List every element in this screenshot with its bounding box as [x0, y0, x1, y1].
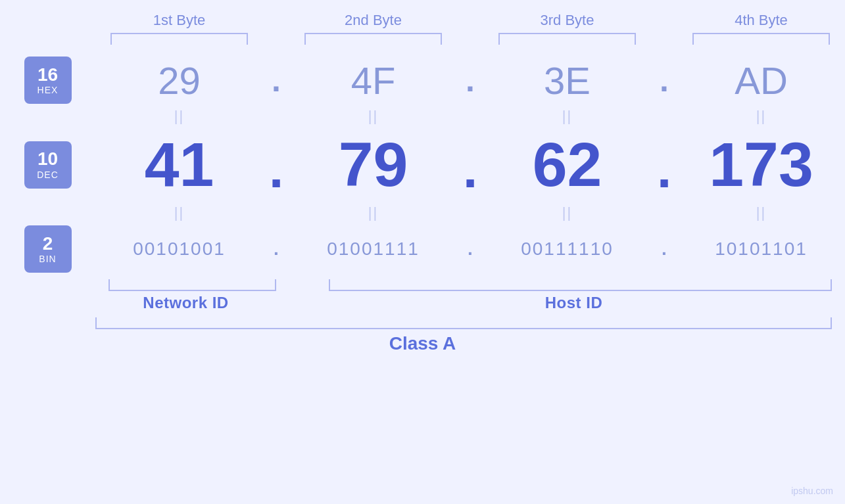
- host-id-bracket: [329, 279, 832, 291]
- hex-dot-3: .: [651, 64, 677, 97]
- hex-base-name: HEX: [37, 85, 59, 95]
- dec-val-1: 41: [145, 129, 214, 200]
- bin-val-2: 01001111: [327, 239, 420, 260]
- equals-row-2: || || || ||: [0, 203, 845, 223]
- hex-val-4: AD: [735, 58, 788, 103]
- bin-val-4-col: 10101101: [677, 239, 845, 260]
- host-id-label: Host ID: [545, 294, 603, 312]
- dec-base-number: 10: [37, 149, 58, 170]
- id-labels-row: Network ID Host ID: [0, 294, 845, 312]
- hex-val-3: 3E: [544, 58, 591, 103]
- eq-7: ||: [562, 204, 572, 221]
- eq-6: ||: [368, 204, 378, 221]
- byte-label-col-4: 4th Byte: [677, 12, 845, 45]
- byte-label-2: 2nd Byte: [345, 12, 402, 29]
- class-bracket-row: [0, 317, 845, 329]
- byte-label-col-3: 3rd Byte: [483, 12, 651, 45]
- dec-dot-2: .: [457, 143, 483, 186]
- id-bracket-row: [0, 279, 845, 291]
- eq-5: ||: [174, 204, 184, 221]
- hex-val-1-col: 29: [95, 58, 263, 103]
- dec-val-2-col: 79: [289, 129, 457, 200]
- dec-badge: 10 DEC: [24, 141, 72, 189]
- hex-val-1: 29: [158, 58, 201, 103]
- bracket-top-1: [110, 33, 248, 45]
- dec-dot-1: .: [263, 143, 289, 186]
- class-label-row: Class A: [0, 329, 845, 354]
- watermark: ipshu.com: [791, 486, 833, 496]
- bin-dot-3: .: [651, 240, 677, 258]
- class-section: Class A: [0, 317, 845, 354]
- hex-val-2-col: 4F: [289, 58, 457, 103]
- class-label: Class A: [389, 333, 456, 354]
- bracket-top-3: [498, 33, 636, 45]
- network-id-bracket: [109, 279, 276, 291]
- hex-row: 16 HEX 29 . 4F . 3E . AD: [0, 57, 845, 104]
- byte-label-3: 3rd Byte: [541, 12, 594, 29]
- bin-base-col: 2 BIN: [0, 225, 95, 273]
- bin-dot-2: .: [457, 240, 483, 258]
- bin-val-1: 00101001: [133, 239, 226, 260]
- network-id-label: Network ID: [143, 294, 228, 312]
- bin-val-3: 00111110: [521, 239, 614, 260]
- bin-base-number: 2: [43, 234, 53, 254]
- dec-val-3-col: 62: [483, 129, 651, 200]
- dec-val-4: 173: [709, 129, 813, 200]
- hex-dot-2: .: [457, 64, 483, 97]
- bin-val-3-col: 00111110: [483, 239, 651, 260]
- dec-val-2: 79: [339, 129, 408, 200]
- hex-base-number: 16: [37, 65, 58, 85]
- hex-dot-1: .: [263, 64, 289, 97]
- hex-badge: 16 HEX: [24, 57, 72, 104]
- bin-val-1-col: 00101001: [95, 239, 263, 260]
- bracket-top-2: [304, 33, 442, 45]
- bin-val-2-col: 01001111: [289, 239, 457, 260]
- class-bracket: [95, 317, 832, 329]
- equals-row-1: || || || ||: [0, 106, 845, 126]
- dec-dot-3: .: [651, 143, 677, 186]
- dec-base-col: 10 DEC: [0, 141, 95, 189]
- id-section: Network ID Host ID: [0, 279, 845, 312]
- hex-val-4-col: AD: [677, 58, 845, 103]
- hex-base-col: 16 HEX: [0, 57, 95, 104]
- main-container: 1st Byte 2nd Byte 3rd Byte 4th Byte 16 H…: [0, 0, 845, 504]
- hex-val-3-col: 3E: [483, 58, 651, 103]
- dec-val-1-col: 41: [95, 129, 263, 200]
- byte-label-4: 4th Byte: [735, 12, 788, 29]
- bracket-top-4: [692, 33, 830, 45]
- byte-label-1: 1st Byte: [153, 12, 205, 29]
- eq-2: ||: [368, 108, 378, 125]
- dec-val-3: 62: [533, 129, 602, 200]
- eq-8: ||: [756, 204, 766, 221]
- eq-1: ||: [174, 108, 184, 125]
- eq-3: ||: [562, 108, 572, 125]
- eq-4: ||: [756, 108, 766, 125]
- bin-badge: 2 BIN: [24, 225, 72, 273]
- bin-val-4: 10101101: [715, 239, 808, 260]
- byte-labels-row: 1st Byte 2nd Byte 3rd Byte 4th Byte: [0, 0, 845, 45]
- bin-dot-1: .: [263, 240, 289, 258]
- dec-val-4-col: 173: [677, 129, 845, 200]
- hex-val-2: 4F: [351, 58, 396, 103]
- bin-row: 2 BIN 00101001 . 01001111 . 00111110 . 1…: [0, 225, 845, 273]
- dec-row: 10 DEC 41 . 79 . 62 . 173: [0, 129, 845, 200]
- byte-label-col-2: 2nd Byte: [289, 12, 457, 45]
- dec-base-name: DEC: [37, 170, 59, 180]
- byte-label-col-1: 1st Byte: [95, 12, 263, 45]
- bin-base-name: BIN: [39, 254, 56, 264]
